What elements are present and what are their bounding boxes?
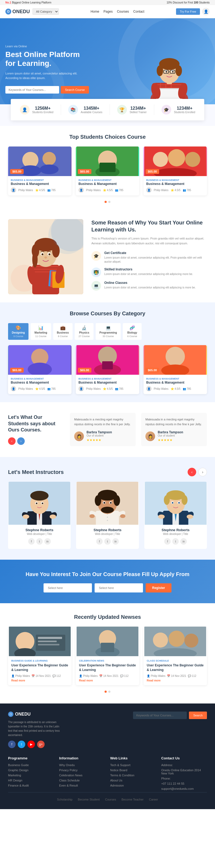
cta-name-input[interactable] [43, 583, 92, 592]
tab-biology[interactable]: 🧬 Biology 6 Course [123, 323, 142, 340]
footer-bottom-courses[interactable]: Courses [105, 798, 116, 801]
category-select[interactable]: All Category [32, 8, 59, 15]
footer: O ONEDU The passage is attributed to an … [0, 704, 215, 809]
svg-point-92 [107, 520, 108, 521]
cta-register-button[interactable]: Register [146, 583, 172, 592]
footer-info-2[interactable]: Privacy Policy [59, 769, 105, 772]
footer-web-5[interactable]: Admission [110, 784, 156, 787]
try-free-button[interactable]: Try For Free [176, 8, 200, 15]
footer-info-5[interactable]: Even & Result [59, 784, 105, 787]
news-svg-3 [144, 627, 207, 656]
testimonial-prev-btn[interactable]: ‹ [8, 437, 16, 445]
tab-business[interactable]: 💼 Business 8 Course [53, 323, 72, 340]
why-feature-text-instructors: Skilled Instructors Lorem ipsum dolor si… [104, 268, 193, 276]
svg-point-96 [114, 495, 120, 506]
news-readmore-1[interactable]: Read more [11, 679, 25, 682]
instructor-li-2[interactable]: in [112, 538, 119, 545]
footer-google[interactable]: g+ [37, 741, 44, 748]
footer-search-input[interactable] [133, 712, 187, 719]
footer-prog-2[interactable]: Graphic Design [8, 769, 54, 772]
nav-home[interactable]: Home [91, 10, 99, 13]
browse-course-2[interactable]: $65.00 Business & Management Business & … [76, 345, 139, 394]
footer-bottom-career[interactable]: Career [149, 798, 158, 801]
dot-2[interactable] [108, 201, 111, 203]
footer-web-3[interactable]: Terms & Condition [110, 774, 156, 777]
why-title: Some Reason of Why You Start Your Online… [91, 219, 207, 233]
browse-title-1: Business & Management [11, 381, 69, 384]
dot-1[interactable] [104, 201, 107, 203]
svg-point-38 [185, 152, 200, 167]
stats-bar: 👤 1256M+ Students Enrolled 📚 1345M+ Avai… [11, 99, 204, 120]
course-card-1[interactable]: $65.00 Business & Management Business & … [8, 147, 71, 195]
nav-contact[interactable]: Contact [133, 10, 144, 13]
nav-courses[interactable]: Courses [117, 10, 129, 13]
instructor-li-3[interactable]: in [180, 538, 187, 545]
news-dot-2[interactable] [108, 690, 111, 693]
tab-icon-designing: 🎨 [16, 325, 21, 330]
tab-designing[interactable]: 🎨 Designing 9 Course [8, 323, 29, 340]
course-card-3[interactable]: $65.00 Business & Management Business & … [144, 147, 207, 195]
instructor-tw-1[interactable]: t [36, 538, 43, 545]
footer-prog-3[interactable]: Marketing [8, 774, 54, 777]
footer-web-2[interactable]: Notice Board [110, 769, 156, 772]
testimonial-next-btn[interactable]: › [17, 437, 25, 445]
footer-info-4[interactable]: Class Schedule [59, 779, 105, 782]
footer-info-3[interactable]: Celebration News [59, 774, 105, 777]
footer-contact-5[interactable]: support@oneduedu.com [161, 787, 207, 790]
browse-stats-2: ⭐ 4.5/5 👥 785 [103, 388, 124, 390]
footer-facebook[interactable]: f [8, 741, 16, 748]
footer-bottom-student[interactable]: Become Student [78, 798, 100, 801]
hero-section: Learn via Online Best Online Platform fo… [0, 18, 215, 104]
news-dot-1[interactable] [104, 690, 107, 693]
tab-icon-biology: 🧬 [129, 325, 135, 330]
nav-pages[interactable]: Pages [103, 10, 113, 13]
instructor-fb-1[interactable]: f [28, 538, 35, 545]
tab-marketing[interactable]: 📊 Marketing 11 Course [31, 323, 51, 340]
footer-contact-3: Phone: [161, 777, 207, 780]
news-readmore-3[interactable]: Read more [147, 679, 161, 682]
announcement-right: 10% Discount for First 100 Students [166, 1, 210, 4]
footer-prog-1[interactable]: Business Guide [8, 764, 54, 767]
why-content: Some Reason of Why You Start Your Online… [91, 219, 207, 294]
footer-bottom-scholarship[interactable]: Scholarship [57, 798, 72, 801]
footer-prog-5[interactable]: Finance & Audit [8, 784, 54, 787]
cta-title: Have You Interest To Join Our Course Ple… [8, 570, 207, 578]
instructor-social-3: f t in [144, 538, 207, 545]
footer-web-4[interactable]: About Us [110, 779, 156, 782]
news-readmore-2[interactable]: Read more [79, 679, 93, 682]
instructor-tw-2[interactable]: t [104, 538, 111, 545]
logo[interactable]: O ONEDU [5, 9, 30, 14]
hero-search-button[interactable]: Search Course [61, 86, 89, 94]
why-feature-icon-certificate: 🎓 [91, 251, 101, 261]
course-img-3: $65.00 [144, 147, 207, 176]
instructor-fb-2[interactable]: f [96, 538, 103, 545]
hero-search-input[interactable] [5, 86, 59, 94]
footer-info-1[interactable]: Why Onedu [59, 764, 105, 767]
user-icon[interactable]: 👤 [202, 8, 210, 15]
svg-rect-128 [38, 641, 57, 642]
instructors-next[interactable]: › [198, 468, 207, 476]
tab-programming[interactable]: 💻 Programming 33 Course [96, 323, 121, 340]
footer-bottom-teacher[interactable]: Become Teacher [121, 798, 144, 801]
course-info-3: Business & Management Business & Managem… [144, 176, 207, 195]
svg-rect-133 [101, 643, 114, 652]
instructor-fb-3[interactable]: f [164, 538, 171, 545]
footer-youtube[interactable]: ▶ [27, 741, 35, 748]
instructor-li-1[interactable]: in [44, 538, 51, 545]
tab-physics[interactable]: 🔬 Physics 27 Course [75, 323, 94, 340]
footer-prog-4[interactable]: HR Design [8, 779, 54, 782]
footer-twitter[interactable]: t [18, 741, 25, 748]
top-courses-grid: $65.00 Business & Management Business & … [8, 147, 207, 195]
footer-contact-1: Address: [161, 764, 207, 767]
browse-course-1[interactable]: $65.00 Business & Management Business & … [8, 345, 71, 394]
footer-search-button[interactable]: Search [189, 712, 207, 719]
course-title-1: Business & Management [11, 182, 69, 186]
footer-programme-list: Business Guide Graphic Design Marketing … [8, 764, 54, 787]
instructors-prev[interactable]: ‹ [188, 468, 196, 476]
cta-email-input[interactable] [95, 583, 143, 592]
instructor-tw-3[interactable]: t [172, 538, 179, 545]
footer-web-1[interactable]: Tech & Support [110, 764, 156, 767]
course-card-2[interactable]: $65.00 Business & Management Business & … [76, 147, 139, 195]
browse-course-3[interactable]: $65.00 Business & Management Business & … [144, 345, 207, 394]
browse-price-3: $65.00 [146, 368, 159, 373]
